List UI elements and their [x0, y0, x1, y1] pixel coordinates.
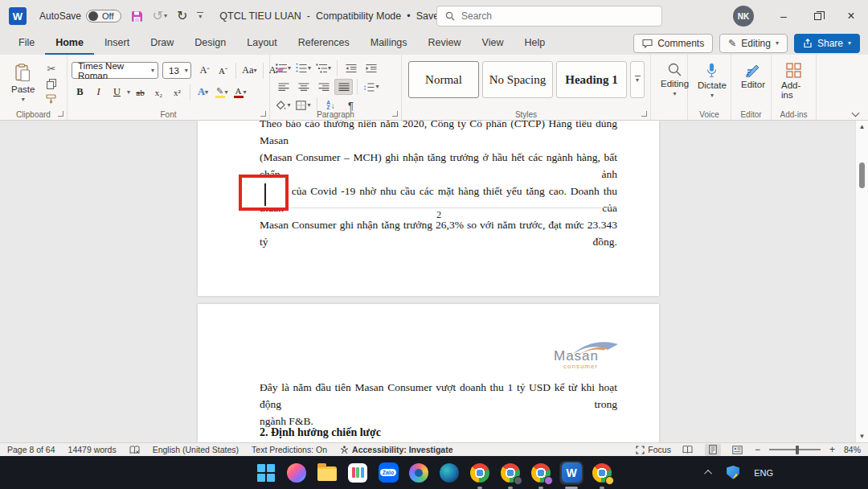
- file-explorer-icon[interactable]: [316, 462, 338, 484]
- grow-font-button[interactable]: Aˆ: [196, 62, 213, 79]
- tab-home[interactable]: Home: [45, 32, 94, 55]
- search-bar[interactable]: [436, 6, 662, 27]
- customize-quick-access-icon[interactable]: ▾: [197, 12, 203, 20]
- underline-button[interactable]: U: [108, 84, 125, 101]
- clipboard-dialog-launcher-icon[interactable]: [58, 111, 63, 117]
- style-heading-1[interactable]: Heading 1: [556, 61, 627, 98]
- vertical-scrollbar[interactable]: ▲ ▼: [855, 121, 868, 442]
- tab-layout[interactable]: Layout: [236, 32, 288, 55]
- input-language[interactable]: ENG: [754, 468, 773, 478]
- start-button[interactable]: [255, 462, 277, 484]
- restore-button[interactable]: [800, 0, 834, 32]
- font-dialog-launcher-icon[interactable]: [260, 111, 266, 117]
- focus-button[interactable]: Focus: [636, 445, 671, 454]
- highlight-button[interactable]: ✎ ▾: [213, 84, 230, 101]
- tab-insert[interactable]: Insert: [94, 32, 140, 55]
- zoom-level[interactable]: 84%: [844, 445, 861, 454]
- comments-button[interactable]: Comments: [633, 34, 713, 53]
- subscript-button[interactable]: x₂: [150, 84, 167, 101]
- scroll-up-icon[interactable]: ▲: [856, 123, 868, 130]
- chrome-icon[interactable]: [469, 462, 491, 484]
- language-indicator[interactable]: English (United States): [153, 445, 239, 454]
- copilot-icon[interactable]: [285, 462, 308, 484]
- close-button[interactable]: ×: [834, 0, 868, 32]
- word-taskbar-icon[interactable]: W: [560, 462, 583, 484]
- print-layout-button[interactable]: [705, 444, 721, 456]
- minimize-button[interactable]: –: [767, 0, 800, 32]
- word-count[interactable]: 14479 words: [68, 445, 117, 454]
- autosave-switch[interactable]: Off: [86, 10, 121, 23]
- tab-view[interactable]: View: [472, 32, 514, 55]
- text-predictions[interactable]: Text Predictions: On: [252, 445, 327, 454]
- tray-expand-icon[interactable]: [704, 470, 712, 478]
- text-effects-button[interactable]: A▾: [194, 84, 211, 101]
- styles-dialog-launcher-icon[interactable]: [641, 111, 647, 117]
- tab-draw[interactable]: Draw: [140, 32, 184, 55]
- document-canvas[interactable]: Theo báo cáo thường niên năm 2020, Công …: [0, 121, 868, 442]
- bullets-button[interactable]: ▾: [274, 60, 293, 76]
- tab-design[interactable]: Design: [184, 32, 236, 55]
- multilevel-list-button[interactable]: ▾: [314, 60, 333, 76]
- security-shield-icon[interactable]: [727, 466, 739, 479]
- shrink-font-button[interactable]: Aˇ: [215, 62, 231, 79]
- proofing-icon[interactable]: [129, 446, 140, 454]
- change-case-button[interactable]: Aa▾: [240, 62, 259, 79]
- bold-button[interactable]: B: [72, 84, 88, 101]
- font-size-select[interactable]: 13 ▾: [162, 62, 191, 79]
- scroll-down-icon[interactable]: ▼: [856, 433, 868, 440]
- tab-help[interactable]: Help: [514, 32, 555, 55]
- font-color-button[interactable]: A ▾: [231, 84, 248, 101]
- cut-button[interactable]: ✂: [47, 64, 55, 74]
- increase-indent-button[interactable]: [362, 60, 380, 76]
- align-right-button[interactable]: [314, 79, 333, 95]
- strikethrough-button[interactable]: ab: [132, 84, 149, 101]
- copy-button[interactable]: [47, 79, 56, 89]
- chrome-profile-3-icon[interactable]: [530, 462, 552, 484]
- paste-button[interactable]: Paste ▾: [4, 59, 42, 108]
- line-spacing-button[interactable]: ↕▾: [362, 79, 380, 95]
- dictate-button[interactable]: Dictate ▾: [692, 59, 732, 108]
- tab-file[interactable]: File: [8, 32, 45, 55]
- italic-button[interactable]: I: [90, 84, 107, 101]
- undo-button[interactable]: ↺ ▾: [153, 10, 167, 23]
- account-avatar[interactable]: NK: [733, 6, 754, 27]
- read-mode-button[interactable]: [680, 444, 696, 456]
- justify-button[interactable]: [334, 79, 353, 95]
- chrome-profile-2-icon[interactable]: [499, 462, 522, 484]
- align-center-button[interactable]: [294, 79, 313, 95]
- collapse-ribbon-icon[interactable]: [852, 109, 860, 117]
- style-no-spacing[interactable]: No Spacing: [482, 61, 553, 98]
- tab-mailings[interactable]: Mailings: [360, 32, 418, 55]
- scrollbar-thumb[interactable]: [859, 162, 865, 188]
- decrease-indent-button[interactable]: [342, 60, 360, 76]
- addins-button[interactable]: Add-ins: [776, 59, 812, 108]
- zoom-in-button[interactable]: +: [829, 444, 835, 455]
- tab-references[interactable]: References: [288, 32, 360, 55]
- page-indicator[interactable]: Page 8 of 64: [7, 445, 55, 454]
- zoom-out-button[interactable]: −: [755, 444, 760, 455]
- tab-review[interactable]: Review: [418, 32, 472, 55]
- align-left-button[interactable]: [274, 79, 293, 95]
- dark-browser-icon[interactable]: [438, 462, 461, 484]
- numbering-button[interactable]: ▾: [294, 60, 313, 76]
- web-layout-button[interactable]: [730, 444, 746, 456]
- redo-button[interactable]: ↻: [177, 10, 187, 23]
- more-styles-button[interactable]: ▾: [630, 61, 645, 98]
- document-page-2[interactable]: Masan consumer Đây là năm đầu tiên Masan…: [198, 304, 659, 442]
- format-painter-button[interactable]: [46, 94, 56, 104]
- search-input[interactable]: [461, 10, 638, 22]
- paragraph-dialog-launcher-icon[interactable]: [392, 111, 398, 117]
- share-button[interactable]: Share ▾: [794, 34, 860, 53]
- autosave-toggle[interactable]: AutoSave Off: [39, 10, 121, 23]
- superscript-button[interactable]: x²: [169, 84, 186, 101]
- zoom-slider[interactable]: [769, 449, 821, 450]
- save-icon[interactable]: [131, 10, 143, 23]
- chrome-profile-4-icon[interactable]: [591, 462, 613, 484]
- editor-button[interactable]: Editor: [735, 59, 771, 108]
- clipchamp-icon[interactable]: [346, 462, 369, 484]
- paint-icon[interactable]: [407, 462, 430, 484]
- editing-mode-button[interactable]: ✎ Editing ▾: [719, 34, 788, 53]
- style-normal[interactable]: Normal: [408, 61, 479, 98]
- word-app-icon[interactable]: W: [9, 7, 27, 25]
- zalo-icon[interactable]: Zalo: [377, 462, 399, 484]
